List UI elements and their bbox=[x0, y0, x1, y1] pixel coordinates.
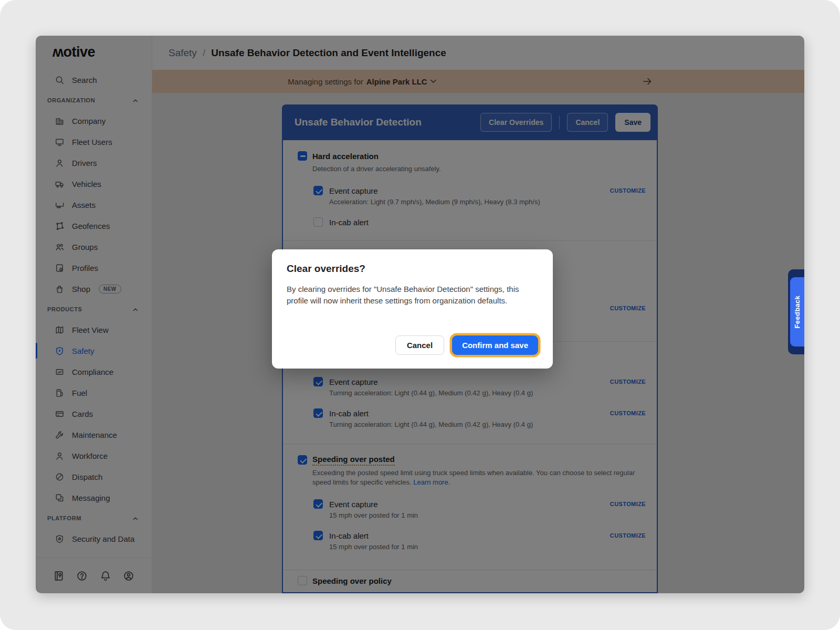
modal-actions: Cancel Confirm and save bbox=[395, 335, 538, 355]
modal-title: Clear overrides? bbox=[287, 263, 538, 275]
app-window: ʍotive SearchORGANIZATIONCompanyFleet Us… bbox=[36, 36, 804, 593]
feedback-tab-label: Feedback bbox=[793, 296, 801, 328]
modal-body-text: By clearing overrides for "Unsafe Behavi… bbox=[287, 284, 533, 307]
modal-confirm-button[interactable]: Confirm and save bbox=[452, 335, 538, 355]
clear-overrides-modal: Clear overrides? By clearing overrides f… bbox=[272, 249, 553, 369]
feedback-tab[interactable]: Feedback bbox=[790, 277, 804, 346]
modal-cancel-button[interactable]: Cancel bbox=[395, 335, 444, 355]
